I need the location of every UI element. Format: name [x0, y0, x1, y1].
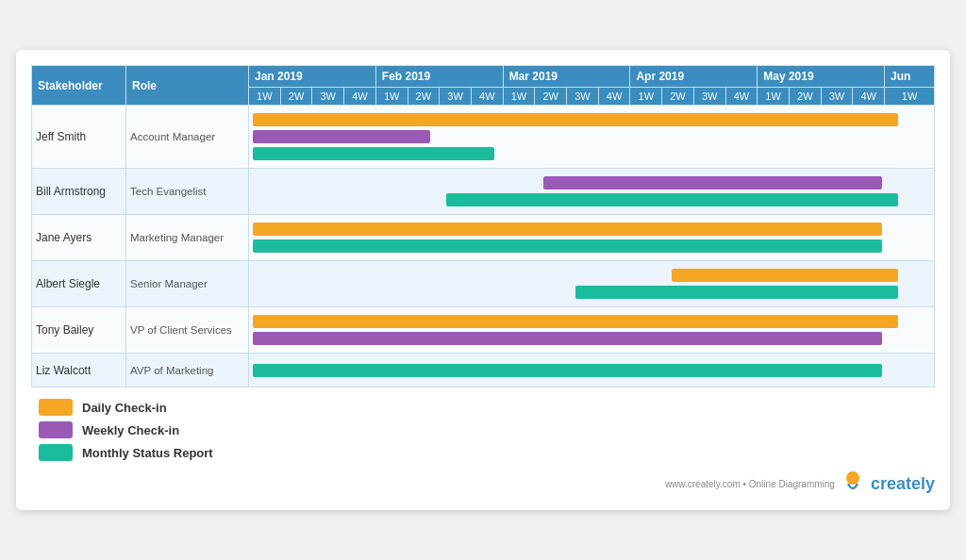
legend-item-1: Weekly Check-in [39, 421, 935, 438]
header-week-5: 2W [408, 88, 440, 106]
header-month-0: Jan 2019 [249, 66, 376, 88]
stakeholder-name-1: Bill Armstrong [32, 169, 126, 215]
header-week-8: 1W [503, 88, 535, 106]
header-week-12: 1W [630, 88, 662, 106]
stakeholder-name-4: Tony Bailey [32, 307, 126, 354]
bar-2-0 [253, 222, 882, 236]
bar-4-0 [253, 315, 898, 328]
legend-swatch-0 [39, 399, 73, 416]
legend: Daily Check-inWeekly Check-inMonthly Sta… [31, 399, 935, 461]
legend-swatch-2 [39, 444, 73, 461]
bar-3-1 [575, 286, 898, 299]
legend-label-1: Weekly Check-in [82, 423, 179, 437]
role-label-3: Senior Manager [126, 261, 249, 307]
role-label-0: Account Manager [126, 106, 249, 169]
main-card: StakeholderRoleJan 2019Feb 2019Mar 2019A… [16, 50, 950, 510]
bar-5-0 [253, 364, 882, 377]
bar-3-0 [672, 269, 897, 282]
header-week-2: 3W [312, 88, 344, 106]
role-label-2: Marketing Manager [126, 215, 249, 261]
header-month-2: Mar 2019 [503, 66, 630, 88]
header-week-11: 4W [598, 88, 630, 106]
brand: www.creately.com • Online Diagramming cr… [31, 470, 935, 497]
header-week-18: 3W [821, 88, 853, 106]
stakeholder-name-2: Jane Ayers [32, 215, 126, 261]
header-week-9: 2W [535, 88, 567, 106]
header-stakeholder: Stakeholder [32, 66, 126, 106]
stakeholder-name-3: Albert Siegle [32, 261, 126, 307]
header-week-0: 1W [249, 88, 281, 106]
role-label-1: Tech Evangelist [126, 169, 249, 215]
header-week-13: 2W [662, 88, 694, 106]
bar-4-1 [253, 332, 882, 345]
header-week-16: 1W [758, 88, 790, 106]
brand-tagline: www.creately.com • Online Diagramming [665, 479, 835, 489]
gantt-wrapper: StakeholderRoleJan 2019Feb 2019Mar 2019A… [31, 65, 935, 387]
timeline-cell-4 [249, 307, 935, 354]
timeline-cell-3 [249, 261, 935, 307]
timeline-cell-1 [249, 169, 935, 215]
header-month-4: May 2019 [758, 66, 885, 88]
timeline-cell-2 [249, 215, 935, 261]
legend-label-0: Daily Check-in [82, 401, 167, 415]
header-week-15: 4W [725, 88, 758, 106]
timeline-cell-0 [249, 106, 935, 169]
header-week-20: 1W [885, 88, 935, 106]
header-week-7: 4W [471, 88, 503, 106]
role-label-5: AVP of Marketing [126, 354, 249, 387]
role-label-4: VP of Client Services [126, 307, 249, 354]
creately-logo-icon [842, 470, 863, 497]
header-week-4: 1W [375, 88, 408, 106]
legend-label-2: Monthly Status Report [82, 446, 213, 460]
bar-0-1 [253, 130, 430, 143]
header-week-14: 3W [693, 88, 725, 106]
svg-point-0 [846, 471, 859, 485]
bar-1-1 [446, 193, 898, 206]
bar-0-2 [253, 147, 494, 160]
header-week-10: 3W [567, 88, 599, 106]
gantt-table: StakeholderRoleJan 2019Feb 2019Mar 2019A… [31, 65, 935, 387]
header-week-19: 4W [853, 88, 885, 106]
legend-item-0: Daily Check-in [39, 399, 935, 416]
timeline-cell-5 [249, 354, 935, 387]
header-week-1: 2W [280, 88, 312, 106]
header-week-17: 2W [789, 88, 821, 106]
stakeholder-name-5: Liz Walcott [32, 354, 126, 387]
bar-2-1 [253, 239, 882, 253]
brand-name: creately [871, 474, 935, 494]
header-week-3: 4W [344, 88, 376, 106]
bar-0-0 [253, 113, 898, 126]
header-role: Role [126, 66, 249, 106]
legend-item-2: Monthly Status Report [39, 444, 935, 461]
header-week-6: 3W [440, 88, 472, 106]
bar-1-0 [543, 176, 882, 189]
header-month-3: Apr 2019 [630, 66, 758, 88]
legend-swatch-1 [39, 421, 73, 438]
header-month-5: Jun [885, 66, 935, 88]
header-month-1: Feb 2019 [375, 66, 503, 88]
stakeholder-name-0: Jeff Smith [32, 106, 126, 169]
